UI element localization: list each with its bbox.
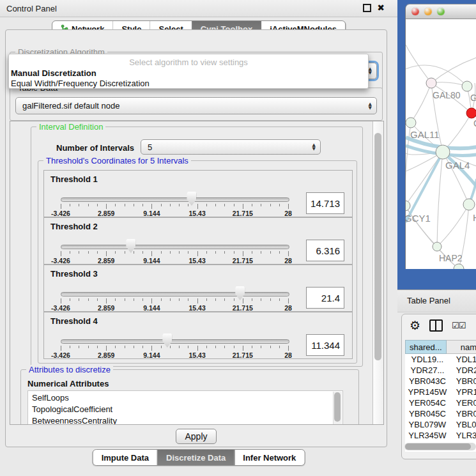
table-hscrollbar-thumb[interactable] <box>405 443 471 450</box>
threshold-box: Threshold 1 -3.4262.8599.14415.4321.7152… <box>43 170 353 217</box>
slider-tick <box>151 346 152 351</box>
table-header-row: shared... name <box>405 340 476 354</box>
network-canvas[interactable]: GAL80GACGAL11GAL4GCY1HHAP2 <box>406 19 476 269</box>
slider-track[interactable] <box>61 339 289 344</box>
threshold-value-field[interactable]: 21.4 <box>306 287 344 309</box>
table-row[interactable]: YDL19...YDL1 <box>405 354 476 365</box>
network-node-red[interactable] <box>466 108 476 118</box>
table-row[interactable]: YBL079WYBL0 <box>405 419 476 430</box>
combo-arrows-icon: ▲▼ <box>369 102 372 110</box>
slider-tick-label: -3.426 <box>51 304 70 312</box>
slider-tick <box>125 251 125 254</box>
slider-tick <box>270 298 271 301</box>
slider-tick-label: 9.144 <box>143 210 160 217</box>
settings-scrollpane: Interval Definition Number of Intervals … <box>10 121 384 425</box>
mac-zoom-button[interactable] <box>437 8 445 15</box>
network-node-green[interactable] <box>406 118 416 128</box>
slider-tick-label: -3.426 <box>51 257 70 265</box>
network-node-green[interactable] <box>433 242 441 251</box>
slider-tick <box>243 346 243 351</box>
tab-impute-data[interactable]: Impute Data <box>93 450 157 465</box>
tab-discretize-data[interactable]: Discretize Data <box>157 450 234 465</box>
table-cell[interactable]: YDR27... <box>405 365 450 376</box>
attribute-list-item[interactable]: BetweennessCentrality <box>28 415 342 425</box>
control-panel-titlebar: Control Panel ✖ <box>0 0 397 17</box>
table-cell[interactable]: YLR3 <box>450 430 476 441</box>
num-intervals-combobox[interactable]: 5 ▲▼ <box>141 139 321 155</box>
table-hscrollbar[interactable] <box>404 443 476 450</box>
slider-track[interactable] <box>61 245 289 249</box>
threshold-slider[interactable]: -3.4262.8599.14415.4321.71528 <box>61 218 288 264</box>
threshold-slider[interactable]: -3.4262.8599.14415.4321.71528 <box>61 265 288 311</box>
table-cell[interactable]: YLR345W <box>405 430 450 441</box>
attribute-list-item[interactable]: TopologicalCoefficient <box>28 404 342 415</box>
table-row[interactable]: YPR145WYPR1 <box>405 387 476 397</box>
slider-tick-label: 9.144 <box>143 304 160 312</box>
slider-tick <box>125 204 125 206</box>
network-edge[interactable] <box>437 204 469 247</box>
slider-tick <box>88 346 89 348</box>
table-cell[interactable]: YPR1 <box>450 387 476 397</box>
tab-infer-network[interactable]: Infer Network <box>234 450 304 465</box>
columns-icon[interactable] <box>429 319 443 332</box>
apply-button[interactable]: Apply <box>176 429 217 444</box>
table-cell[interactable]: YDL1 <box>450 354 476 365</box>
network-edge[interactable] <box>437 152 443 247</box>
table-cell[interactable]: YPR145W <box>405 387 450 397</box>
threshold-slider[interactable]: -3.4262.8599.14415.4321.71528 <box>61 171 288 217</box>
table-data-combobox[interactable]: galFiltered.sif default node ▲▼ <box>15 97 377 114</box>
gear-icon[interactable]: ⚙ <box>410 319 420 332</box>
network-edge[interactable] <box>431 58 476 83</box>
numerical-attributes-list[interactable]: SelfLoopsTopologicalCoefficientBetweenne… <box>27 390 343 425</box>
slider-tick-label: 21.715 <box>233 210 253 217</box>
table-cell[interactable]: YBR0 <box>450 408 476 419</box>
table-row[interactable]: YLR345WYLR3 <box>405 430 476 441</box>
table-cell[interactable]: YBL0 <box>450 419 476 430</box>
attribute-list-item[interactable]: SelfLoops <box>28 392 342 404</box>
threshold-slider[interactable]: -3.4262.8599.14415.4321.71528 <box>61 312 288 358</box>
float-window-icon[interactable] <box>363 4 371 12</box>
popup-option-manual[interactable]: Manual Discretization <box>9 68 368 79</box>
table-cell[interactable]: YDR2 <box>450 365 476 376</box>
table-cell[interactable]: YBR0 <box>450 376 476 387</box>
network-node-green[interactable] <box>462 81 472 91</box>
network-edge[interactable] <box>411 83 431 123</box>
network-node-green[interactable] <box>406 201 410 211</box>
threshold-value-field[interactable]: 14.713 <box>306 192 344 214</box>
slider-track[interactable] <box>61 292 289 296</box>
select-checkboxes-icon[interactable]: ☑☑ <box>452 321 465 330</box>
network-node-pink[interactable] <box>426 78 436 88</box>
column-header-shared[interactable]: shared... <box>405 340 447 354</box>
mac-close-button[interactable] <box>411 8 419 15</box>
slider-tick <box>252 251 252 254</box>
threshold-value-field[interactable]: 6.316 <box>306 240 344 261</box>
table-cell[interactable]: YDL19... <box>405 354 450 365</box>
close-icon[interactable]: ✖ <box>377 3 385 12</box>
table-row[interactable]: YBR043CYBR0 <box>405 376 476 387</box>
table-row[interactable]: YDR27...YDR2 <box>405 365 476 376</box>
table-cell[interactable]: YER054C <box>405 397 450 408</box>
settings-scrollbar-thumb[interactable] <box>374 133 381 360</box>
network-edge[interactable] <box>406 45 431 83</box>
settings-scrollbar[interactable] <box>372 121 383 424</box>
list-scrollbar-thumb[interactable] <box>334 392 341 422</box>
column-header-name[interactable]: name <box>447 340 476 354</box>
table-row[interactable]: YER054CYER0 <box>405 397 476 408</box>
slider-track[interactable] <box>61 197 289 202</box>
list-scrollbar[interactable] <box>333 392 342 425</box>
table-row[interactable]: YBR045CYBR0 <box>405 408 476 419</box>
table-panel-area: Table Panel ⚙ ☑☑ shared... name YDL19...… <box>397 289 476 476</box>
threshold-value-field[interactable]: 11.344 <box>306 334 344 356</box>
table-cell[interactable]: YBL079W <box>405 419 450 430</box>
slider-tick <box>206 251 207 254</box>
network-node-green[interactable] <box>436 145 450 159</box>
network-node-green[interactable] <box>454 264 464 269</box>
mac-minimize-button[interactable] <box>424 8 432 15</box>
slider-tick <box>61 204 61 209</box>
network-node-green[interactable] <box>463 199 475 210</box>
popup-option-equal-width[interactable]: Equal Width/Frequency Discretization <box>9 79 368 89</box>
table-cell[interactable]: YBR045C <box>405 408 450 419</box>
threshold-box: Threshold 4 -3.4262.8599.14415.4321.7152… <box>43 312 353 359</box>
table-cell[interactable]: YER0 <box>450 397 476 408</box>
table-cell[interactable]: YBR043C <box>405 376 450 387</box>
